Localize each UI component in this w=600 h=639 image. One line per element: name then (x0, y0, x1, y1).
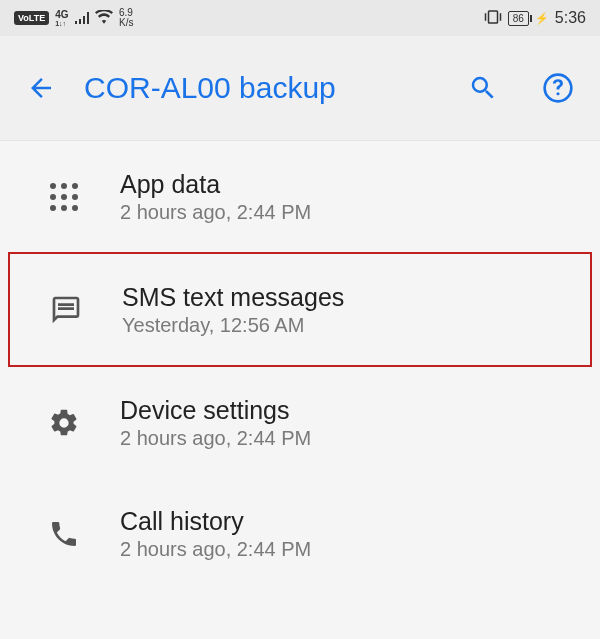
network-4g-label: 4G (55, 10, 68, 20)
network-speed: 6.9 K/s (119, 8, 133, 29)
search-button[interactable] (468, 73, 498, 103)
item-device-settings[interactable]: Device settings 2 hours ago, 2:44 PM (8, 367, 592, 478)
volte-badge: VoLTE (14, 11, 49, 25)
item-title: App data (120, 169, 592, 199)
item-title: Call history (120, 506, 592, 536)
item-subtitle: 2 hours ago, 2:44 PM (120, 538, 592, 561)
item-subtitle: 2 hours ago, 2:44 PM (120, 201, 592, 224)
signal-icon (75, 12, 90, 24)
backup-list: App data 2 hours ago, 2:44 PM SMS text m… (0, 141, 600, 589)
item-app-data[interactable]: App data 2 hours ago, 2:44 PM (8, 141, 592, 252)
item-subtitle: 2 hours ago, 2:44 PM (120, 427, 592, 450)
network-type: 4G 1↓↑ (55, 10, 68, 27)
status-right: 86 ⚡ 5:36 (484, 9, 586, 28)
item-subtitle: Yesterday, 12:56 AM (122, 314, 590, 337)
apps-icon (8, 183, 120, 211)
gear-icon (8, 407, 120, 439)
clock: 5:36 (555, 9, 586, 27)
status-left: VoLTE 4G 1↓↑ 6.9 K/s (14, 8, 133, 29)
network-sub-label: 1↓↑ (55, 20, 66, 27)
back-button[interactable] (26, 73, 56, 103)
charging-icon: ⚡ (535, 12, 549, 25)
item-title: Device settings (120, 395, 592, 425)
vibrate-icon (484, 9, 502, 28)
page-title: COR-AL00 backup (84, 71, 424, 105)
item-call-history[interactable]: Call history 2 hours ago, 2:44 PM (8, 478, 592, 589)
item-title: SMS text messages (122, 282, 590, 312)
battery-icon: 86 (508, 11, 529, 26)
phone-icon (8, 518, 120, 550)
item-sms[interactable]: SMS text messages Yesterday, 12:56 AM (8, 252, 592, 367)
svg-rect-0 (488, 11, 497, 23)
wifi-icon (95, 10, 113, 27)
help-button[interactable] (542, 72, 574, 104)
message-icon (10, 294, 122, 326)
status-bar: VoLTE 4G 1↓↑ 6.9 K/s 86 ⚡ 5:36 (0, 0, 600, 36)
app-bar: COR-AL00 backup (0, 36, 600, 141)
